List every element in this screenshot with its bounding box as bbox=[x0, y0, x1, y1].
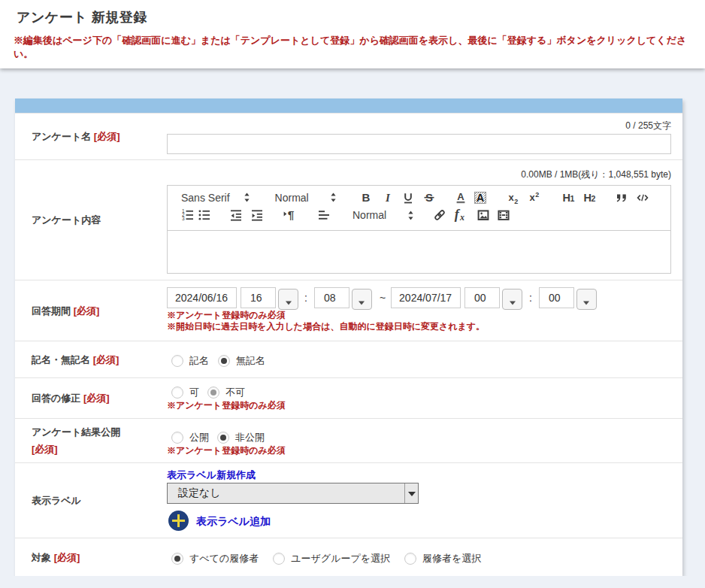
svg-text:2: 2 bbox=[591, 194, 595, 203]
svg-text:¶: ¶ bbox=[288, 208, 295, 221]
svg-text:2: 2 bbox=[514, 197, 518, 204]
svg-text:A: A bbox=[457, 191, 464, 202]
svg-text:I: I bbox=[385, 192, 391, 204]
svg-text:1: 1 bbox=[570, 194, 574, 203]
svg-text:3: 3 bbox=[182, 216, 185, 221]
svg-text:A: A bbox=[476, 191, 484, 203]
svg-text:2: 2 bbox=[535, 191, 539, 199]
svg-text:B: B bbox=[362, 191, 370, 204]
svg-text:x: x bbox=[459, 212, 464, 222]
